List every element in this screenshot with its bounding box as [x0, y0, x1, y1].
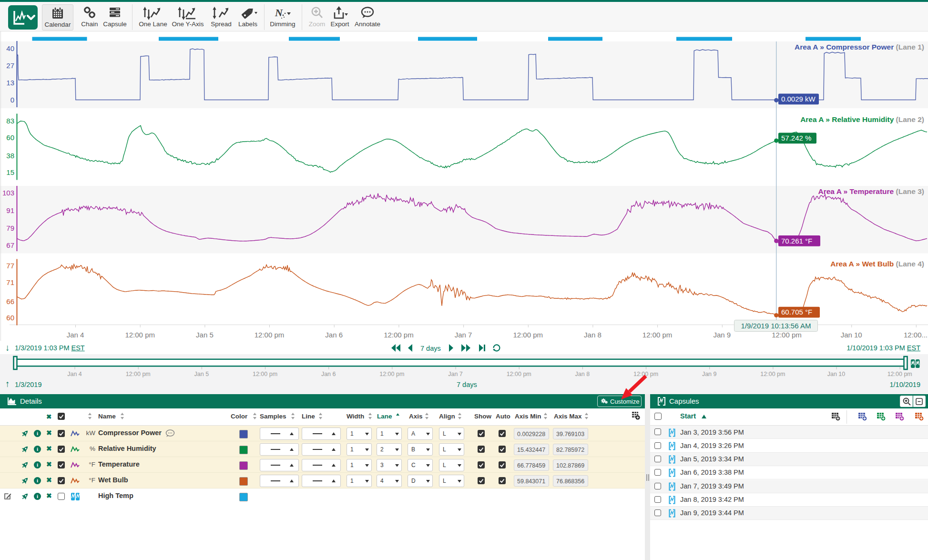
svg-text:12:00 pm: 12:00 pm — [760, 371, 785, 377]
svg-text:12:00 pm: 12:00 pm — [887, 371, 912, 377]
svg-text:66: 66 — [6, 297, 14, 305]
svg-text:Jan 4: Jan 4 — [67, 331, 84, 339]
svg-text:Area A » Relative Humidity (La: Area A » Relative Humidity (Lane 2) — [800, 115, 924, 123]
svg-text:Jan 6: Jan 6 — [321, 371, 336, 377]
svg-text:27: 27 — [6, 61, 14, 70]
svg-text:Area A » Wet Bulb (Lane 4): Area A » Wet Bulb (Lane 4) — [830, 260, 924, 268]
svg-text:91: 91 — [6, 206, 14, 214]
svg-text:1/9/2019 10:13:56 AM: 1/9/2019 10:13:56 AM — [741, 322, 811, 330]
svg-text:77: 77 — [6, 262, 14, 270]
svg-text:67: 67 — [6, 241, 14, 249]
svg-text:103: 103 — [2, 189, 14, 197]
svg-text:12:00 pm: 12:00 pm — [384, 331, 414, 339]
svg-text:13: 13 — [6, 79, 14, 87]
svg-text:7 days: 7 days — [420, 345, 441, 352]
svg-text:83: 83 — [6, 117, 14, 125]
svg-text:Jan 5: Jan 5 — [194, 371, 209, 377]
svg-text:Jan 9: Jan 9 — [702, 371, 717, 377]
svg-text:Jan 6: Jan 6 — [325, 331, 343, 339]
svg-text:12:00...: 12:00... — [904, 331, 928, 339]
svg-text:Jan 4: Jan 4 — [67, 371, 82, 377]
svg-text:0.0029 kW: 0.0029 kW — [781, 95, 816, 103]
svg-text:40: 40 — [6, 44, 14, 52]
svg-text:70.261 °F: 70.261 °F — [781, 237, 812, 245]
svg-text:79: 79 — [6, 224, 14, 232]
svg-text:38: 38 — [6, 152, 14, 160]
svg-text:60.705 °F: 60.705 °F — [781, 308, 812, 316]
svg-text:Jan 9: Jan 9 — [713, 331, 731, 339]
svg-text:12:00 pm: 12:00 pm — [379, 371, 404, 377]
svg-text:Jan 8: Jan 8 — [575, 371, 590, 377]
svg-text:12:00 pm: 12:00 pm — [507, 371, 531, 377]
svg-text:60: 60 — [6, 314, 14, 322]
svg-text:N: N — [275, 7, 283, 19]
svg-text:71: 71 — [6, 278, 14, 286]
svg-text:60: 60 — [6, 133, 14, 142]
svg-text:Jan 5: Jan 5 — [196, 331, 214, 339]
svg-text:Area A » Temperature (Lane 3): Area A » Temperature (Lane 3) — [818, 187, 924, 195]
svg-text:Jan 7: Jan 7 — [448, 371, 463, 377]
svg-text:12:00 pm: 12:00 pm — [126, 371, 151, 377]
svg-text:12:00 pm: 12:00 pm — [125, 331, 155, 339]
svg-text:Jan 10: Jan 10 — [827, 371, 846, 377]
svg-text:Jan 10: Jan 10 — [841, 331, 862, 339]
svg-text:Area A » Compressor Power (Lan: Area A » Compressor Power (Lane 1) — [795, 43, 924, 51]
svg-text:57.242 %: 57.242 % — [781, 134, 811, 142]
svg-text:12:00 pm: 12:00 pm — [513, 331, 543, 339]
svg-text:15: 15 — [6, 168, 14, 176]
svg-text:Jan 7: Jan 7 — [455, 331, 472, 339]
svg-text:12:00 pm: 12:00 pm — [642, 331, 673, 339]
svg-text:Jan 8: Jan 8 — [584, 331, 602, 339]
svg-text:12:00 pm: 12:00 pm — [772, 331, 802, 339]
svg-text:12:00 pm: 12:00 pm — [255, 331, 285, 339]
svg-text:0: 0 — [10, 96, 14, 104]
svg-text:12:00 pm: 12:00 pm — [253, 371, 277, 377]
